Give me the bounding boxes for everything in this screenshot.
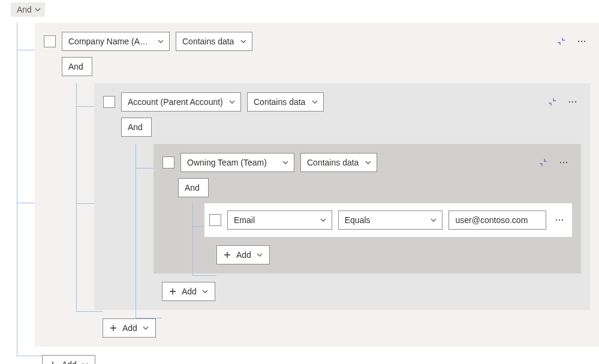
operator-label: Equals [345, 215, 371, 225]
svg-point-4 [572, 101, 573, 103]
filter-group: Account (Parent Account) Contains data [94, 83, 590, 310]
add-label: Add [62, 360, 77, 364]
connector-line [76, 106, 94, 107]
connector-line [192, 226, 204, 227]
plus-icon [168, 287, 177, 296]
chevron-down-icon [282, 159, 289, 166]
condition-label: And [68, 62, 83, 71]
connector-line [17, 356, 42, 356]
plus-icon [109, 324, 118, 332]
more-button[interactable] [564, 94, 581, 110]
plus-icon [223, 251, 231, 259]
connector-line [17, 50, 35, 50]
add-label: Add [236, 250, 251, 260]
condition-dropdown[interactable]: And [121, 118, 152, 137]
condition-dropdown[interactable]: And [178, 178, 209, 197]
condition-label: And [185, 183, 200, 192]
add-button[interactable]: Add [162, 282, 215, 301]
collapse-button[interactable] [544, 94, 561, 110]
collapse-button[interactable] [553, 33, 570, 50]
add-button[interactable]: Add [103, 318, 156, 338]
value-text: user@contoso.com [455, 215, 528, 225]
connector-line [136, 168, 153, 169]
condition-label: And [128, 122, 143, 132]
connector-line [192, 203, 193, 275]
operator-dropdown[interactable]: Contains data [176, 32, 252, 51]
group-select-checkbox[interactable] [44, 35, 56, 47]
more-button[interactable] [552, 212, 567, 228]
more-button[interactable] [555, 154, 572, 171]
more-horizontal-icon [577, 37, 586, 46]
chevron-down-icon [142, 324, 149, 332]
group-select-checkbox[interactable] [162, 157, 174, 169]
field-dropdown[interactable]: Email [227, 210, 332, 230]
more-horizontal-icon [568, 97, 577, 107]
root-condition-label: And [17, 5, 32, 14]
filter-group: Owning Team (Team) Contains data [153, 144, 581, 273]
condition-dropdown[interactable]: And [62, 57, 92, 76]
chevron-down-icon [240, 38, 247, 45]
chevron-down-icon [256, 251, 263, 258]
connector-line [192, 275, 216, 276]
add-button[interactable]: Add [42, 355, 95, 364]
operator-label: Contains data [254, 97, 305, 107]
field-label: Email [234, 215, 255, 225]
chevron-down-icon [365, 159, 372, 166]
chevron-down-icon [311, 98, 318, 106]
plus-icon [49, 360, 57, 364]
filter-group: Company Name (Accou... Contains data [35, 23, 599, 347]
connector-line [17, 203, 35, 203]
add-label: Add [182, 287, 197, 296]
connector-line [76, 83, 77, 311]
connector-line [136, 144, 136, 318]
root-condition-dropdown[interactable]: And [11, 2, 45, 17]
chevron-down-icon [320, 216, 327, 224]
field-dropdown[interactable]: Company Name (Accou... [62, 32, 170, 51]
chevron-down-icon [82, 361, 89, 364]
svg-point-9 [556, 219, 557, 221]
chevron-down-icon [430, 216, 437, 224]
group-select-checkbox[interactable] [103, 96, 115, 108]
field-label: Account (Parent Account) [128, 97, 223, 107]
collapse-button[interactable] [535, 154, 552, 171]
collapse-icon [538, 158, 548, 167]
condition-row: Email Equals user@contoso.com [204, 203, 572, 237]
more-horizontal-icon [559, 158, 568, 167]
svg-point-3 [569, 101, 570, 103]
chevron-down-icon [201, 288, 209, 295]
field-label: Owning Team (Team) [187, 158, 267, 167]
connector-line [76, 311, 103, 312]
operator-dropdown[interactable]: Contains data [300, 153, 377, 172]
value-input[interactable]: user@contoso.com [449, 210, 546, 230]
field-label: Company Name (Accou... [68, 37, 152, 46]
svg-point-5 [575, 101, 576, 103]
chevron-down-icon [34, 6, 41, 13]
svg-point-2 [584, 41, 585, 42]
field-dropdown[interactable]: Owning Team (Team) [180, 153, 294, 172]
add-label: Add [122, 323, 137, 333]
svg-point-11 [562, 219, 563, 221]
connector-line [17, 23, 17, 356]
row-select-checkbox[interactable] [209, 214, 221, 226]
operator-label: Contains data [182, 37, 234, 46]
svg-point-1 [581, 41, 582, 42]
svg-point-8 [566, 162, 567, 163]
collapse-icon [556, 37, 566, 46]
more-button[interactable] [573, 33, 590, 50]
svg-point-0 [578, 41, 579, 42]
operator-dropdown[interactable]: Contains data [247, 92, 324, 112]
operator-label: Contains data [307, 158, 359, 167]
collapse-icon [547, 97, 557, 107]
chevron-down-icon [228, 98, 236, 106]
more-horizontal-icon [555, 215, 564, 225]
field-dropdown[interactable]: Account (Parent Account) [121, 92, 241, 112]
connector-line [76, 203, 94, 204]
add-button[interactable]: Add [216, 245, 270, 264]
svg-point-6 [560, 162, 561, 163]
svg-point-7 [563, 162, 564, 163]
operator-dropdown[interactable]: Equals [338, 210, 443, 230]
svg-point-10 [559, 219, 560, 221]
chevron-down-icon [157, 38, 164, 45]
